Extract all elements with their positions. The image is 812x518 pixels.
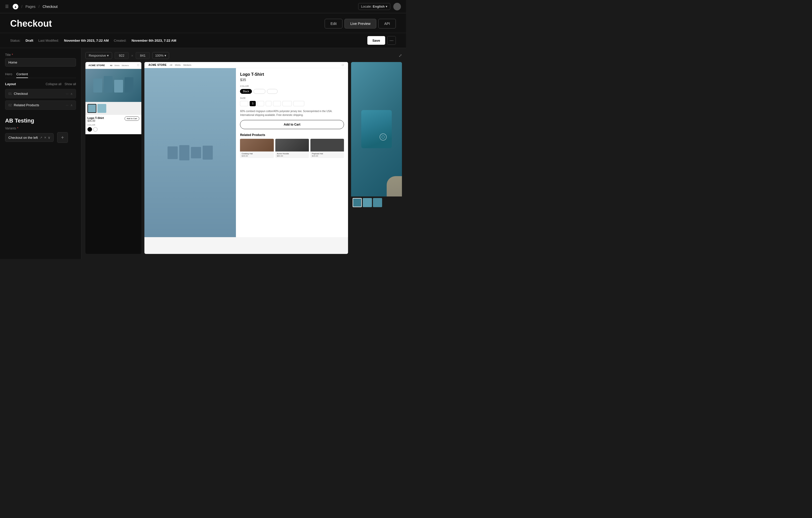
outer-add-to-cart-button[interactable]: Add to Cart (124, 116, 139, 121)
related-item-info-cap: Payload Hat $29.00 (311, 151, 344, 158)
logo-icon[interactable]: ▲ (13, 4, 18, 9)
main-add-to-cart-button[interactable]: Add to Cart (240, 120, 344, 129)
related-item-name-hat: Cowboy Hat (241, 152, 272, 155)
title-field-label: Title * (5, 53, 76, 57)
locale-value: English (373, 5, 385, 8)
layout-item-name-checkout: Checkout (14, 92, 66, 95)
thumbnail-2[interactable] (97, 104, 106, 113)
right-thumb-3[interactable] (373, 198, 382, 207)
width-input[interactable] (115, 52, 128, 59)
related-item-name-hoodie: Acme Hoodie (277, 152, 307, 155)
hanger-3 (191, 147, 201, 159)
color-option-black[interactable]: Black (240, 89, 252, 94)
outer-nav-stickers[interactable]: Stickers (121, 64, 128, 66)
related-item-cowboy-hat: Cowboy Hat $29.00 (240, 139, 273, 158)
outer-thumbnails (85, 102, 141, 115)
main-expand-icon[interactable]: ⬡ (342, 63, 344, 66)
related-item-img-hoodie (275, 139, 309, 151)
menu-icon[interactable]: ☰ (5, 4, 9, 9)
outer-product-price: $35.00 (87, 119, 104, 122)
right-product-preview (351, 62, 402, 254)
collapse-all-button[interactable]: Collapse all (46, 82, 61, 86)
tab-content[interactable]: Content (16, 71, 28, 78)
more-icon[interactable]: ··· (66, 92, 68, 95)
edit-button[interactable]: Edit (325, 19, 343, 28)
live-preview-button[interactable]: Live Preview (345, 19, 376, 28)
outer-product-image (85, 69, 141, 102)
locale-selector[interactable]: Locale: English ▾ (358, 3, 390, 10)
external-link-icon[interactable]: ↗ (40, 136, 42, 139)
page-title: Checkout (10, 18, 52, 29)
outer-product-info: Logo T-Shirt $35.00 Add to Cart COLOR (85, 115, 141, 134)
status-right-actions: Save ⋯ (367, 36, 396, 45)
layout-item-name-related: Related Products (14, 103, 66, 107)
size-xl[interactable]: XL (273, 101, 281, 106)
main-nav-shirts[interactable]: Shirts (175, 64, 181, 66)
outer-color-swatches (87, 127, 139, 132)
height-input[interactable] (136, 52, 150, 59)
right-thumb-1[interactable] (353, 198, 362, 207)
api-button[interactable]: API (378, 19, 396, 28)
size-m[interactable]: M (257, 101, 264, 106)
more-icon-2[interactable]: ··· (66, 104, 68, 107)
variant-close-button[interactable]: × (44, 136, 46, 140)
shirt-closeup-view (351, 62, 402, 197)
outer-store-nav-links: All Shirts Stickers (110, 64, 129, 66)
required-indicator: * (12, 53, 13, 57)
size-l[interactable]: L (266, 101, 272, 106)
tab-hero[interactable]: Hero (5, 71, 12, 78)
color-section-label: COLOR (240, 85, 344, 87)
chevron-up-icon-2[interactable]: ∧ (70, 104, 73, 107)
chevron-down-icon: ▾ (386, 5, 387, 8)
hanger-1 (168, 146, 178, 159)
related-item-price-hoodie: $80.00 (277, 155, 307, 157)
chevron-up-icon[interactable]: ∧ (70, 92, 73, 95)
main-nav-all[interactable]: All (170, 64, 172, 66)
zoom-selector[interactable]: 100% ▾ (152, 52, 169, 59)
layout-item-actions-2: ··· ∧ (66, 104, 73, 107)
main-nav-stickers[interactable]: Stickers (183, 64, 192, 66)
status-label: Status: (10, 39, 20, 42)
layout-item-related[interactable]: 02 Related Products ··· ∧ (5, 100, 76, 110)
show-all-button[interactable]: Show all (64, 82, 76, 86)
title-input[interactable] (5, 58, 76, 66)
related-item-info-hoodie: Acme Hoodie $80.00 (275, 151, 309, 158)
outer-color-label: COLOR (87, 124, 139, 126)
breadcrumb-pages[interactable]: Pages (25, 5, 36, 9)
outer-store-name: ACME STORE (88, 64, 105, 66)
save-button[interactable]: Save (367, 36, 385, 45)
variant-tag-checkout: Checkout on the left ↗ × ∨ (5, 133, 54, 142)
color-option-white[interactable]: White (254, 89, 266, 94)
responsive-selector[interactable]: Responsive ▾ (85, 52, 112, 59)
add-variant-button[interactable]: + (57, 132, 68, 143)
swatch-black[interactable] (87, 127, 92, 132)
size-s[interactable]: S (250, 101, 256, 106)
size-xxxl[interactable]: XXXL (293, 101, 304, 106)
layout-item-checkout[interactable]: 01 Checkout ··· ∧ (5, 89, 76, 98)
outer-nav-shirts[interactable]: Shirts (114, 64, 119, 66)
outer-store-preview: ACME STORE All Shirts Stickers ⬡ (85, 62, 141, 254)
product-main-layout: Logo T-Shirt $35 COLOR Black White Blue … (144, 68, 348, 237)
related-products-title: Related Products (240, 133, 344, 137)
user-avatar[interactable] (393, 3, 401, 10)
main-content: Title * Hero Content Layout Collapse all… (0, 48, 406, 259)
variant-collapse-button[interactable]: ∨ (48, 136, 50, 140)
related-products-grid: Cowboy Hat $29.00 Acme Hoodie $80.00 (240, 139, 344, 158)
outer-expand-icon[interactable]: ⬡ (137, 63, 139, 66)
outer-nav-all[interactable]: All (110, 64, 112, 66)
last-modified-label: Last Modified: (38, 39, 59, 42)
expand-preview-button[interactable]: ⤢ (399, 53, 402, 58)
main-product-title: Logo T-Shirt (240, 72, 344, 77)
related-item-price-hat: $29.00 (241, 155, 272, 157)
size-xxl[interactable]: XXL (283, 101, 292, 106)
breadcrumb-current: Checkout (42, 5, 57, 9)
thumbnail-1[interactable] (87, 104, 96, 113)
preview-toolbar: Responsive ▾ × 100% ▾ ⤢ (85, 52, 402, 59)
shirt-closeup-visual (351, 62, 402, 197)
color-option-blue[interactable]: Blue (267, 89, 278, 94)
outer-product-name: Logo T-Shirt (87, 116, 104, 119)
size-xs[interactable]: XS (240, 101, 248, 106)
more-options-button[interactable]: ⋯ (387, 36, 396, 45)
swatch-white[interactable] (93, 127, 98, 132)
right-thumb-2[interactable] (363, 198, 372, 207)
